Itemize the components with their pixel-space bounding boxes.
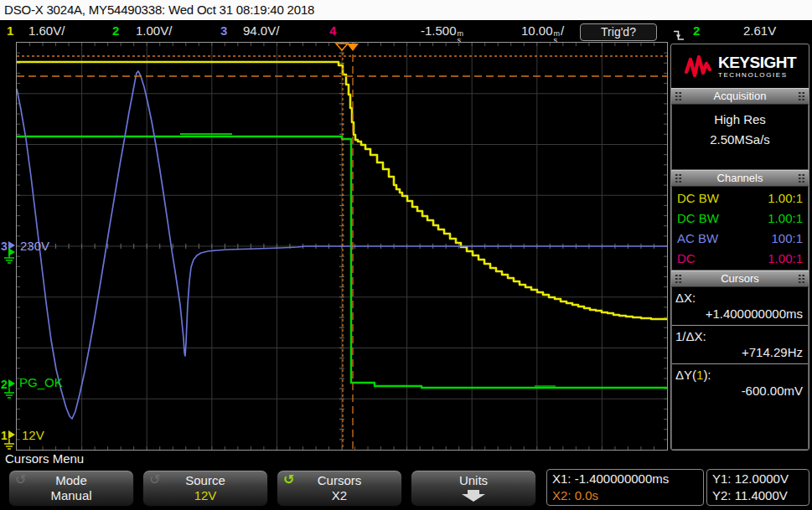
ch4-number[interactable]: 4	[329, 20, 336, 42]
ch2-ground-marker[interactable]: 2	[1, 378, 8, 391]
x-cursor-readout: X1: -1.400000000ms X2: 0.0s	[546, 469, 704, 506]
softkey-mode-label: Mode	[9, 473, 133, 487]
ch2-position-arrow-icon[interactable]	[8, 379, 15, 388]
softkey-source-label: Source	[143, 473, 267, 487]
info-sidebar: KEYSIGHT TECHNOLOGIES Acquisition High R…	[670, 44, 809, 451]
rotate-knob-icon: ↺	[149, 471, 160, 487]
softkey-units-label: Units	[411, 473, 535, 487]
ch3-number[interactable]: 3	[220, 20, 227, 42]
softkey-mode-value: Manual	[9, 488, 133, 502]
channels-info: DC BW 1.00:1 DC BW 1.00:1 AC BW 100:1 DC…	[671, 187, 809, 270]
channel-marker-gutter: 3 2 1	[0, 42, 16, 451]
menu-title: Cursors Menu	[5, 451, 84, 466]
trigger-level[interactable]: 2.61V	[743, 20, 776, 42]
acquisition-section-header[interactable]: Acquisition	[671, 88, 809, 105]
acquisition-title: Acquisition	[714, 90, 767, 102]
inverse-delta-x-value: +714.29Hz	[672, 343, 808, 364]
timebase-value: 10.00	[521, 23, 553, 38]
trigger-source[interactable]: 2	[693, 20, 700, 42]
rotate-knob-icon: ↺	[15, 471, 26, 487]
rotate-knob-active-icon: ↺	[283, 471, 294, 487]
grip-icon	[675, 173, 682, 183]
cursors-info: ΔX: +1.400000000ms 1/ΔX: +714.29Hz ΔY(1)…	[671, 287, 809, 450]
ch2-probe-ratio: 1.00:1	[768, 209, 803, 229]
ch3-position-arrow-icon[interactable]	[8, 241, 15, 250]
trigger-status-badge: Trig'd?	[580, 23, 657, 41]
delta-x-value: +1.400000000ms	[672, 305, 808, 326]
ch1-settings-row: DC BW 1.00:1	[672, 188, 808, 209]
softkey-mode[interactable]: ↺ Mode Manual	[8, 470, 134, 507]
delta-y-label: ΔY(1):	[672, 364, 808, 382]
ch3-ground-marker[interactable]: 3	[1, 240, 8, 253]
time-reference-marker-icon[interactable]	[336, 44, 348, 50]
status-bar: 1 1.60V/ 2 1.00V/ 3 94.0V/ 4 -1.500ms 10…	[0, 20, 812, 42]
ch1-probe-ratio: 1.00:1	[768, 188, 803, 209]
ch1-position-arrow-icon[interactable]	[8, 430, 15, 439]
ch3-coupling: AC BW	[677, 229, 718, 249]
channels-title: Channels	[717, 172, 763, 184]
cursors-title: Cursors	[721, 272, 759, 285]
ch3-settings-row: AC BW 100:1	[672, 229, 808, 249]
softkey-units[interactable]: Units	[411, 470, 536, 507]
acquisition-info: High Res 2.50MSa/s	[671, 105, 809, 170]
ch3-trace-label: 230V	[20, 239, 49, 253]
ch2-scale[interactable]: 1.00V/	[136, 20, 172, 42]
grip-icon	[798, 173, 805, 183]
waveform-display[interactable]: 230V PG_OK 12V	[16, 42, 668, 451]
brand-logo: KEYSIGHT TECHNOLOGIES	[671, 44, 809, 88]
ch2-trace-label: PG_OK	[19, 375, 63, 389]
ch1-coupling: DC BW	[677, 188, 719, 209]
down-arrow-icon	[411, 490, 535, 504]
title-bar: DSO-X 3024A, MY54490338: Wed Oct 31 08:1…	[0, 0, 812, 20]
softkey-source-value: 12V	[143, 488, 267, 502]
ch1-trace-label: 12V	[22, 428, 44, 442]
timebase[interactable]: 10.00ms/	[521, 20, 564, 42]
horizontal-delay[interactable]: -1.500ms	[421, 20, 464, 42]
y2-readout: Y2: 11.4000V	[712, 487, 804, 504]
x1-readout: X1: -1.400000000ms	[552, 471, 698, 487]
brand-subtitle: TECHNOLOGIES	[718, 72, 796, 79]
ch2-settings-row: DC BW 1.00:1	[672, 209, 808, 229]
ch3-scale[interactable]: 94.0V/	[243, 20, 279, 42]
ch4-settings-row: DC 1.00:1	[672, 249, 808, 269]
softkey-cursors-value: X2	[277, 488, 401, 502]
ch4-probe-ratio: 1.00:1	[768, 249, 803, 269]
softkey-source[interactable]: ↺ Source 12V	[142, 470, 268, 507]
ch3-probe-ratio: 100:1	[771, 229, 803, 249]
trigger-position-marker-icon[interactable]	[347, 44, 359, 51]
inverse-delta-x-label: 1/ΔX:	[672, 326, 808, 343]
ch2-number[interactable]: 2	[112, 20, 119, 42]
acquisition-mode: High Res	[672, 112, 808, 126]
grip-icon	[675, 91, 682, 101]
y-cursor-readout: Y1: 12.0000V Y2: 11.4000V	[706, 469, 809, 506]
channels-section-header[interactable]: Channels	[671, 170, 809, 187]
cursors-section-header[interactable]: Cursors	[671, 270, 809, 287]
softkey-cursors-label: Cursors	[277, 473, 401, 487]
ch1-ground-marker[interactable]: 1	[1, 429, 8, 442]
x2-readout: X2: 0.0s	[552, 487, 698, 504]
grip-icon	[675, 274, 682, 284]
keysight-spark-icon	[684, 54, 712, 79]
trigger-ground-icon	[4, 253, 14, 263]
ch4-coupling: DC	[677, 249, 696, 269]
ch2-coupling: DC BW	[677, 209, 719, 229]
grip-icon	[798, 91, 805, 101]
delta-y-value: -600.00mV	[672, 382, 808, 402]
sample-rate: 2.50MSa/s	[672, 132, 808, 147]
grip-icon	[798, 274, 805, 284]
brand-name: KEYSIGHT	[718, 54, 796, 70]
ch1-number[interactable]: 1	[7, 20, 13, 42]
y1-readout: Y1: 12.0000V	[712, 471, 804, 487]
ch1-scale[interactable]: 1.60V/	[28, 20, 65, 42]
softkey-cursors[interactable]: ↺ Cursors X2	[277, 470, 402, 507]
graticule-and-traces	[17, 43, 667, 450]
delay-value: -1.500	[421, 23, 457, 38]
oscilloscope-screen: DSO-X 3024A, MY54490338: Wed Oct 31 08:1…	[0, 0, 812, 510]
delta-x-label: ΔX:	[672, 287, 808, 305]
